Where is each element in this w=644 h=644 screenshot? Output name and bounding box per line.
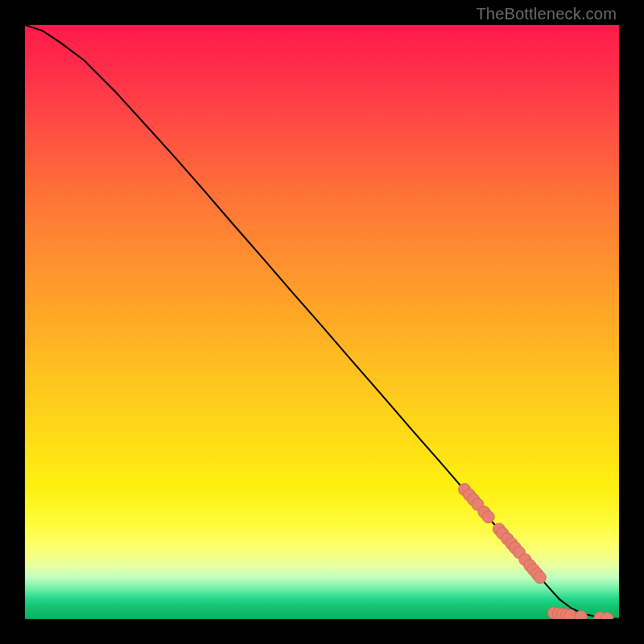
data-marker: [564, 609, 576, 619]
data-markers: [459, 484, 613, 619]
plot-area: [25, 25, 619, 619]
chart-overlay: [25, 25, 619, 619]
data-marker: [534, 572, 546, 584]
watermark-text: TheBottleneck.com: [476, 5, 617, 23]
data-marker: [575, 611, 587, 619]
performance-curve: [25, 25, 619, 619]
data-marker: [482, 511, 494, 523]
